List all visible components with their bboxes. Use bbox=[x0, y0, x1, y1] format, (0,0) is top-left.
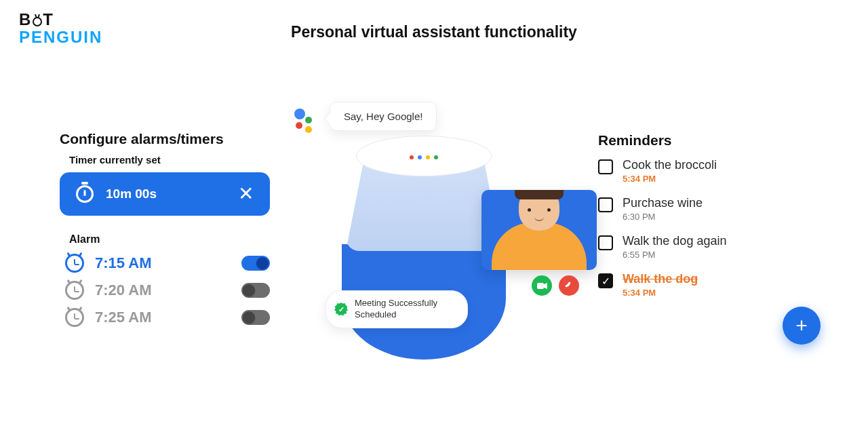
hang-up-button[interactable] bbox=[559, 275, 579, 296]
video-camera-button[interactable] bbox=[532, 275, 552, 296]
reminder-time: 5:34 PM bbox=[623, 174, 717, 184]
reminder-time: 5:34 PM bbox=[623, 288, 698, 298]
alarm-time: 7:15 AM bbox=[95, 254, 231, 272]
reminders-panel: Reminders Cook the broccoli 5:34 PM Purc… bbox=[598, 132, 802, 310]
reminder-checkbox[interactable] bbox=[598, 197, 613, 212]
meeting-scheduled-toast: Meeting Successfully Scheduled bbox=[326, 290, 468, 328]
alarms-panel: Configure alarms/timers Timer currently … bbox=[60, 131, 270, 327]
alarm-clock-icon bbox=[65, 281, 84, 300]
reminder-checkbox[interactable] bbox=[598, 159, 613, 174]
assistant-illustration: Say, Hey Google! Meeting Successfully bbox=[292, 95, 590, 380]
alarm-time: 7:25 AM bbox=[95, 309, 231, 326]
alarm-toggle[interactable] bbox=[241, 283, 270, 298]
dismiss-timer-button[interactable]: ✕ bbox=[238, 185, 254, 204]
reminder-title: Cook the broccoli bbox=[623, 158, 717, 172]
plus-icon: + bbox=[795, 314, 808, 337]
alarm-section-label: Alarm bbox=[69, 233, 270, 246]
reminder-title: Walk the dog bbox=[623, 272, 698, 286]
reminder-item: Cook the broccoli 5:34 PM bbox=[598, 158, 802, 184]
reminder-time: 6:30 PM bbox=[623, 212, 703, 222]
google-assistant-icon bbox=[292, 109, 319, 136]
timer-pill[interactable]: 10m 00s ✕ bbox=[60, 172, 270, 216]
reminder-item: Walk the dog again 6:55 PM bbox=[598, 234, 802, 260]
alarm-clock-icon bbox=[65, 308, 84, 327]
add-reminder-fab[interactable]: + bbox=[783, 307, 821, 345]
reminders-heading: Reminders bbox=[598, 132, 802, 149]
alarm-toggle[interactable] bbox=[241, 256, 270, 271]
reminder-time: 6:55 PM bbox=[623, 250, 726, 260]
reminder-checkbox[interactable]: ✓ bbox=[598, 273, 613, 288]
alarm-toggle[interactable] bbox=[241, 310, 270, 325]
reminder-item: ✓ Walk the dog 5:34 PM bbox=[598, 272, 802, 298]
alarms-heading: Configure alarms/timers bbox=[60, 131, 270, 147]
alarm-row: 7:15 AM bbox=[65, 254, 270, 273]
avatar bbox=[481, 190, 597, 270]
alarm-row: 7:20 AM bbox=[65, 281, 270, 300]
timer-currently-set-label: Timer currently set bbox=[69, 154, 270, 166]
alarm-row: 7:25 AM bbox=[65, 308, 270, 327]
device-led-dots bbox=[410, 155, 438, 159]
svg-rect-0 bbox=[537, 283, 544, 289]
reminder-checkbox[interactable] bbox=[598, 235, 613, 250]
alarm-time: 7:20 AM bbox=[95, 282, 231, 299]
success-badge-icon bbox=[334, 303, 348, 316]
timer-value: 10m 00s bbox=[106, 187, 226, 201]
reminder-title: Purchase wine bbox=[623, 196, 703, 210]
reminder-title: Walk the dog again bbox=[623, 234, 726, 248]
page-title: Personal virtual assistant functionality bbox=[0, 23, 868, 41]
alarm-clock-icon bbox=[65, 254, 84, 273]
reminder-item: Purchase wine 6:30 PM bbox=[598, 196, 802, 222]
speech-bubble: Say, Hey Google! bbox=[330, 102, 437, 131]
video-call-card bbox=[481, 190, 597, 270]
stopwatch-icon bbox=[76, 185, 94, 203]
